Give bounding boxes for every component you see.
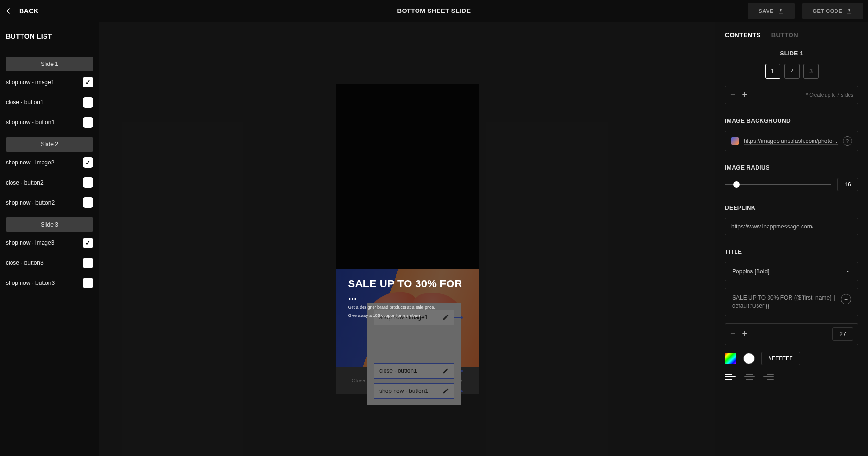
slide-header[interactable]: Slide 3: [6, 217, 93, 232]
slide-number-chip[interactable]: 1: [765, 64, 780, 79]
color-picker-icon[interactable]: [725, 353, 736, 364]
add-variable-button[interactable]: +: [841, 294, 851, 304]
remove-slide-button[interactable]: −: [730, 90, 736, 100]
checkbox[interactable]: [83, 197, 93, 208]
slide-label: SLIDE 1: [725, 50, 858, 57]
checkbox[interactable]: [83, 278, 93, 288]
slide-header[interactable]: Slide 2: [6, 137, 93, 152]
checkbox[interactable]: [83, 258, 93, 268]
checkbox[interactable]: [83, 117, 93, 128]
item-label: shop now - button3: [6, 280, 55, 286]
radius-slider[interactable]: [725, 184, 831, 185]
tab-button[interactable]: BUTTON: [771, 32, 798, 39]
list-item[interactable]: shop now - image3: [6, 238, 93, 248]
sale-title: SALE UP TO 30% FOR ...: [348, 278, 467, 303]
slide-hint: * Create up to 7 slides: [806, 92, 853, 98]
list-item[interactable]: close - button2: [6, 177, 93, 188]
back-button[interactable]: BACK: [5, 7, 38, 15]
button-list-title: BUTTON LIST: [6, 33, 93, 40]
align-center-button[interactable]: [744, 372, 755, 380]
inspector-panel: CONTENTS BUTTON SLIDE 1 123 − + * Create…: [715, 22, 868, 456]
image-url-input[interactable]: [744, 138, 838, 145]
help-icon[interactable]: ?: [843, 136, 852, 146]
font-dropdown[interactable]: Poppins [Bold]: [725, 262, 858, 281]
slide-number-chip[interactable]: 3: [803, 64, 819, 79]
list-item[interactable]: shop now - image1: [6, 77, 93, 87]
list-item[interactable]: shop now - image2: [6, 157, 93, 168]
get-code-label: GET CODE: [813, 8, 842, 14]
preview-canvas: SALE UP TO 30% FOR ... Get a designer br…: [99, 22, 715, 456]
color-swatch[interactable]: [743, 353, 755, 364]
color-hex-value[interactable]: #FFFFFF: [761, 352, 800, 365]
checkbox[interactable]: [83, 97, 93, 108]
chevron-down-icon: [845, 268, 851, 275]
list-item[interactable]: shop now - button3: [6, 278, 93, 288]
save-label: SAVE: [758, 8, 773, 14]
decrease-size-button[interactable]: −: [730, 329, 736, 339]
list-item[interactable]: shop now - button1: [6, 117, 93, 128]
item-label: shop now - image2: [6, 159, 54, 166]
back-label: BACK: [19, 7, 38, 15]
edit-icon: [442, 368, 449, 374]
close-button[interactable]: Close: [352, 378, 365, 383]
radius-value[interactable]: 16: [837, 178, 858, 191]
sale-subtitle-1: Get a designer brand products at a sale …: [348, 304, 467, 311]
increase-size-button[interactable]: +: [742, 329, 747, 339]
align-left-button[interactable]: [725, 372, 736, 380]
callout-label: close - button1: [379, 368, 417, 374]
callout-close-button1[interactable]: close - button1: [374, 363, 454, 379]
divider: [6, 49, 93, 49]
checkbox[interactable]: [83, 238, 93, 248]
checkbox[interactable]: [83, 177, 93, 188]
tab-contents[interactable]: CONTENTS: [725, 32, 761, 39]
list-item[interactable]: close - button3: [6, 258, 93, 268]
align-right-button[interactable]: [763, 372, 774, 380]
title-section-title: TITLE: [725, 249, 858, 255]
button-list-panel: BUTTON LIST Slide 1shop now - image1clos…: [0, 22, 99, 456]
title-text-input[interactable]: SALE UP TO 30% FOR {{${first_name} | def…: [732, 294, 836, 310]
get-code-button[interactable]: GET CODE: [802, 3, 863, 19]
upload-icon: [846, 8, 853, 14]
item-label: close - button3: [6, 260, 44, 266]
deeplink-title: DEEPLINK: [725, 205, 858, 211]
slide-header[interactable]: Slide 1: [6, 57, 93, 71]
deeplink-input[interactable]: [731, 223, 852, 230]
slide-number-chip[interactable]: 2: [784, 64, 800, 79]
add-slide-button[interactable]: +: [742, 90, 747, 100]
edit-icon: [442, 388, 449, 394]
arrow-left-icon: [5, 7, 13, 15]
item-label: close - button2: [6, 179, 44, 186]
image-background-title: IMAGE BACKGROUND: [725, 118, 858, 124]
item-label: shop now - image1: [6, 79, 54, 86]
save-button[interactable]: SAVE: [748, 3, 794, 19]
upload-icon: [778, 8, 784, 14]
image-thumb-icon: [731, 137, 739, 145]
checkbox[interactable]: [83, 77, 93, 87]
font-size-value[interactable]: 27: [832, 327, 853, 341]
item-label: close - button1: [6, 99, 44, 106]
list-item[interactable]: shop now - button2: [6, 197, 93, 208]
callout-shop-now-button1[interactable]: shop now - button1: [374, 383, 454, 399]
image-radius-title: IMAGE RADIUS: [725, 164, 858, 171]
item-label: shop now - button2: [6, 199, 55, 206]
callout-label: shop now - button1: [379, 388, 428, 394]
item-label: shop now - image3: [6, 239, 54, 246]
font-value: Poppins [Bold]: [732, 268, 769, 275]
list-item[interactable]: close - button1: [6, 97, 93, 108]
sale-subtitle-2: Give away a 10$ coupon for members.: [348, 313, 467, 319]
checkbox[interactable]: [83, 157, 93, 168]
page-title: BOTTOM SHEET SLIDE: [397, 7, 471, 14]
item-label: shop now - button1: [6, 119, 55, 126]
